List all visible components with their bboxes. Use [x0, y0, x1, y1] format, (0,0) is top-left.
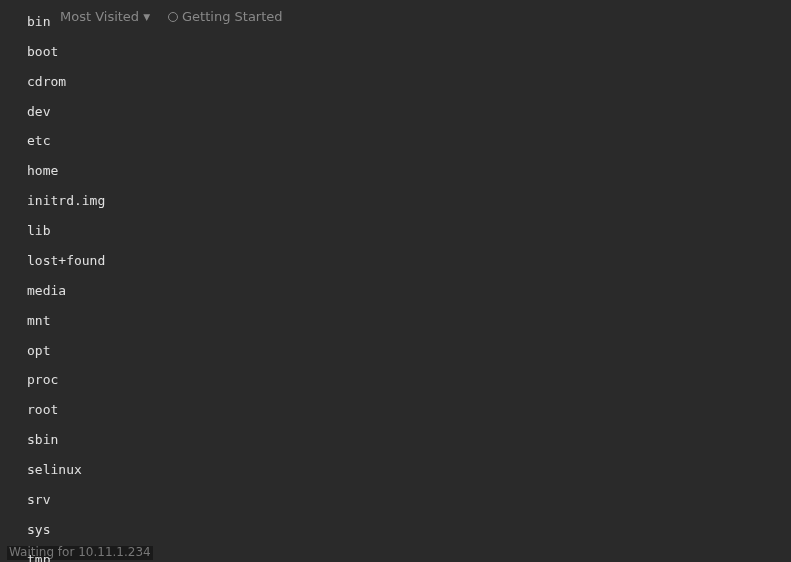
ls-entry: srv	[27, 493, 780, 508]
ls-entry: tmp	[27, 553, 780, 562]
ls-entry: cdrom	[27, 75, 780, 90]
ls-entry: sys	[27, 523, 780, 538]
ls-entry: lib	[27, 224, 780, 239]
ls-entry: home	[27, 164, 780, 179]
ls-entry: media	[27, 284, 780, 299]
ls-entry: sbin	[27, 433, 780, 448]
ls-entry: bin	[27, 15, 780, 30]
ls-entry: lost+found	[27, 254, 780, 269]
terminal-output[interactable]: bin boot cdrom dev etc home initrd.img l…	[27, 0, 780, 562]
ls-entry: selinux	[27, 463, 780, 478]
ls-entry: initrd.img	[27, 194, 780, 209]
ls-entry: etc	[27, 134, 780, 149]
ls-entry: mnt	[27, 314, 780, 329]
ls-entry: proc	[27, 373, 780, 388]
ls-entry: dev	[27, 105, 780, 120]
ls-entry: opt	[27, 344, 780, 359]
ls-entry: boot	[27, 45, 780, 60]
ls-entry: root	[27, 403, 780, 418]
